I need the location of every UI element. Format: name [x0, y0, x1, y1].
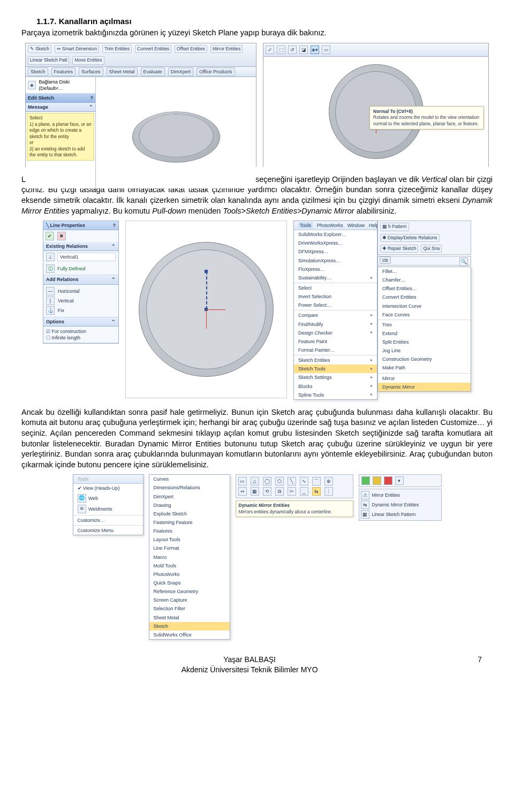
search-icon[interactable]: 🔍	[459, 257, 468, 266]
submenu-item[interactable]: Offset Entities…	[378, 284, 471, 293]
menu-item[interactable]: Spline Tools	[294, 391, 377, 399]
ctx-item[interactable]: ✔ View (Heads-Up)	[73, 484, 143, 492]
options-header[interactable]: Options⌃	[43, 317, 118, 327]
grid-btn[interactable]: △	[251, 477, 259, 485]
cat-item[interactable]: Mold Tools	[149, 561, 230, 570]
tab-evaluate[interactable]: Evaluate	[141, 67, 165, 76]
collapse-icon[interactable]: ⌃	[111, 276, 116, 283]
fig2-viewport[interactable]	[125, 221, 287, 398]
tab-office[interactable]: Office Products	[196, 67, 235, 76]
menu-item[interactable]: Compare	[294, 311, 377, 320]
menu-item[interactable]: Sketch Entities	[294, 356, 377, 365]
grid-btn[interactable]: ⧉	[275, 487, 284, 496]
menu-window[interactable]: Window	[347, 222, 365, 229]
cat-item[interactable]: Fastening Feature	[149, 518, 230, 527]
menu-item[interactable]: Sketch Settings	[294, 373, 377, 382]
submenu-item[interactable]: Mirror	[378, 374, 471, 383]
submenu-item[interactable]: Extend	[378, 329, 471, 338]
cat-item[interactable]: Line Format	[149, 544, 230, 552]
menu-item[interactable]: Sustainability…	[294, 274, 377, 282]
grid-btn[interactable]: ⊕	[324, 477, 333, 485]
cat-item[interactable]: Screen Capture	[149, 596, 230, 604]
smart-dimension-button[interactable]: ⇔ Smart Dimension	[55, 45, 99, 53]
grid-btn[interactable]: ⟲	[263, 487, 271, 496]
grid-btn[interactable]: ▦	[251, 487, 259, 496]
tab-dimxpert[interactable]: DimXpert	[168, 67, 194, 76]
submenu-item[interactable]: Chamfer…	[378, 276, 471, 284]
display-style-icon[interactable]: ▭	[322, 45, 330, 54]
help-icon[interactable]: ?	[90, 95, 94, 101]
cat-item[interactable]: Macro	[149, 553, 230, 561]
submenu-item[interactable]: Convert Entities	[378, 293, 471, 301]
cat-item[interactable]: Quick Snaps	[149, 579, 230, 587]
cat-item[interactable]: Reference Geometry	[149, 587, 230, 596]
grid-btn[interactable]: ⎯	[300, 487, 308, 496]
grid-btn[interactable]: ⇔	[238, 487, 247, 496]
cat-item[interactable]: PhotoWorks	[149, 570, 230, 579]
cat-item[interactable]: Drawing	[149, 501, 230, 510]
zoomfit-icon[interactable]: ⤢	[266, 45, 274, 54]
existing-relations-header[interactable]: Existing Relations⌃	[43, 242, 118, 251]
ok-icon[interactable]: ✔	[46, 232, 54, 240]
submenu-item[interactable]: Fillet…	[378, 267, 471, 276]
ctx-item-custom-menu[interactable]: Customize Menu	[73, 526, 143, 535]
rel-fix[interactable]: ⚓Fix	[46, 306, 116, 315]
cat-item[interactable]: Sheet Metal	[149, 613, 230, 622]
cat-item-highlight[interactable]: Sketch	[149, 622, 230, 631]
toolbar-item[interactable]: ▦Linear Sketch Pattern	[361, 510, 440, 519]
menu-item[interactable]: SimulationXpress…	[294, 256, 377, 265]
submenu-item[interactable]: Face Curves	[378, 310, 471, 319]
cat-item[interactable]: Layout Tools	[149, 535, 230, 544]
rel-vertical[interactable]: |Vertical	[46, 296, 116, 306]
submenu-item[interactable]: Make Path	[378, 363, 471, 372]
submenu-item[interactable]: Construction Geometry	[378, 355, 471, 363]
menu-item[interactable]: Format Painter…	[294, 346, 377, 354]
for-construction-checkbox[interactable]: For construction	[46, 328, 116, 335]
menu-item[interactable]: Design Checker	[294, 329, 377, 337]
menu-photoworks[interactable]: PhotoWorks	[317, 222, 343, 229]
collapse-icon[interactable]: ⌃	[89, 104, 93, 110]
pattern-button[interactable]: ▦ h Pattern	[380, 223, 409, 231]
view-orientation-icon[interactable]: ◈▾	[311, 45, 319, 54]
cat-item[interactable]: Dimensions/Relations	[149, 483, 230, 492]
display-delete-rel-button[interactable]: ✱ Display/Delete Relations	[380, 234, 440, 242]
tab-surfaces[interactable]: Surfaces	[79, 67, 103, 76]
grid-btn[interactable]: ◯	[263, 477, 271, 485]
cat-item[interactable]: Features	[149, 527, 230, 535]
fig1-right-viewport[interactable]: Normal To (Ctrl+8) Rotates and zooms the…	[263, 57, 488, 167]
sketch-button[interactable]: ✎ Sketch	[28, 45, 51, 53]
cat-item[interactable]: DimXpert	[149, 492, 230, 501]
infinite-length-checkbox[interactable]: Infinite length	[46, 335, 116, 341]
cat-item[interactable]: Curves	[149, 475, 230, 483]
linear-pattern-button[interactable]: Linear Sketch Patt	[28, 56, 69, 64]
mirror-entities-button[interactable]: Mirror Entities	[210, 45, 243, 53]
ctx-item[interactable]: ≋ Weldments	[73, 504, 143, 514]
misc-icon[interactable]: ▾	[395, 476, 404, 485]
menu-item[interactable]: Select	[294, 284, 377, 292]
grid-btn[interactable]: ✂	[288, 487, 296, 496]
submenu-item-highlight[interactable]: Dynamic Mirror	[378, 383, 471, 391]
collapse-icon[interactable]: ⌃	[111, 243, 116, 249]
menu-item[interactable]: Invert Selection	[294, 292, 377, 301]
submenu-item[interactable]: Split Entities	[378, 338, 471, 346]
rel-horizontal[interactable]: —Horizontal	[46, 286, 116, 296]
collapse-icon[interactable]: ⌃	[111, 318, 116, 325]
offset-entities-button[interactable]: Offset Entities	[175, 45, 207, 53]
submenu-item[interactable]: Intersection Curve	[378, 302, 471, 310]
grid-btn[interactable]: ⋮	[324, 487, 333, 496]
grid-btn[interactable]: ▭	[238, 477, 247, 485]
ctx-item[interactable]: 🌐 Web	[73, 493, 143, 504]
trim-entities-button[interactable]: Trim Entities	[102, 45, 132, 53]
menu-item[interactable]: DriveWorksXpress…	[294, 239, 377, 247]
cancel-icon[interactable]: ✖	[57, 232, 66, 240]
cat-item[interactable]: Selection Filter	[149, 604, 230, 613]
relation-field[interactable]: Vertical1	[57, 253, 116, 261]
prev-view-icon[interactable]: ↺	[288, 45, 297, 54]
menu-item[interactable]: Feature Paint	[294, 337, 377, 346]
grid-btn[interactable]: ⬠	[275, 477, 284, 485]
toolbar-item[interactable]: ⚠Mirror Entities	[361, 490, 440, 500]
submenu-item[interactable]: Trim	[378, 321, 471, 329]
cat-item[interactable]: SolidWorks Office	[149, 631, 230, 639]
submenu-item[interactable]: Jog Line	[378, 346, 471, 355]
move-entities-button[interactable]: Move Entities	[72, 56, 104, 64]
